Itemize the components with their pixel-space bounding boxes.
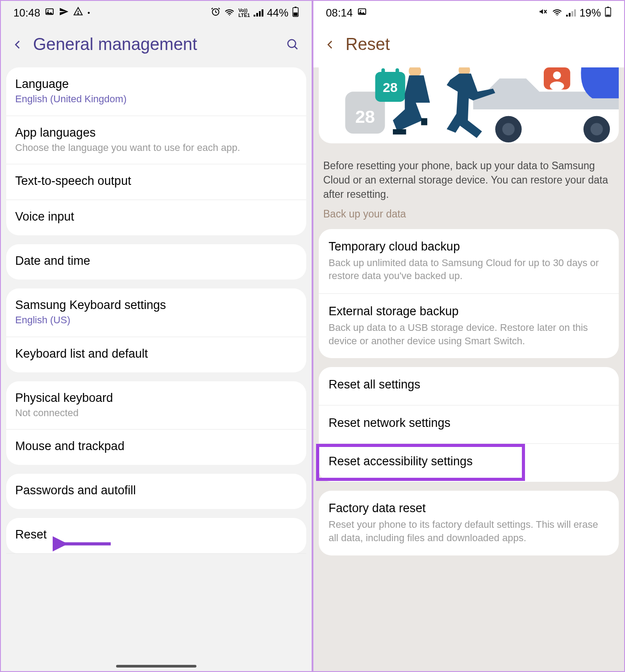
svg-rect-28 xyxy=(381,68,385,75)
wifi-icon xyxy=(552,7,562,19)
svg-rect-23 xyxy=(607,7,609,8)
reset-network-settings[interactable]: Reset network settings xyxy=(319,405,619,444)
battery-icon xyxy=(604,6,612,20)
warning-icon xyxy=(73,7,83,19)
backup-item-temp-cloud[interactable]: Temporary cloud backup Back up unlimited… xyxy=(319,229,619,294)
svg-text:28: 28 xyxy=(383,80,398,95)
factory-data-reset[interactable]: Factory data reset Reset your phone to i… xyxy=(319,491,619,555)
backup-item-external[interactable]: External storage backup Back up data to … xyxy=(319,294,619,358)
gesture-bar xyxy=(116,665,196,668)
reset-illustration: 28 28 xyxy=(319,67,619,143)
battery-percent: 19% xyxy=(579,7,601,19)
svg-point-15 xyxy=(360,10,361,12)
svg-rect-8 xyxy=(262,9,263,17)
settings-item-voice-input[interactable]: Voice input xyxy=(6,200,306,235)
back-button[interactable] xyxy=(324,38,337,51)
settings-item-mouse-trackpad[interactable]: Mouse and trackpad xyxy=(6,430,306,465)
settings-item-language[interactable]: Language English (United Kingdom) xyxy=(6,67,306,116)
svg-text:28: 28 xyxy=(355,107,375,126)
backup-card: Temporary cloud backup Back up unlimited… xyxy=(319,229,619,359)
settings-item-passwords-autofill[interactable]: Passwords and autofill xyxy=(6,474,306,509)
svg-rect-20 xyxy=(571,11,573,17)
settings-card-3: Samsung Keyboard settings English (US) K… xyxy=(6,288,306,372)
backup-description: Before resetting your phone, back up you… xyxy=(313,150,624,208)
signal-icon xyxy=(254,7,263,19)
svg-rect-21 xyxy=(574,9,576,17)
svg-rect-7 xyxy=(259,11,261,17)
svg-rect-6 xyxy=(256,13,258,17)
image-icon xyxy=(45,7,54,19)
status-time: 10:48 xyxy=(13,7,40,19)
settings-card-4: Physical keyboard Not connected Mouse an… xyxy=(6,381,306,465)
svg-point-12 xyxy=(288,39,296,47)
settings-item-tts[interactable]: Text-to-speech output xyxy=(6,164,306,200)
reset-accessibility-settings[interactable]: Reset accessibility settings xyxy=(319,444,619,482)
svg-point-35 xyxy=(502,123,515,136)
settings-card-6: Reset xyxy=(6,518,306,554)
svg-rect-5 xyxy=(254,15,255,17)
svg-rect-33 xyxy=(421,118,427,125)
send-icon xyxy=(59,7,69,19)
svg-point-40 xyxy=(550,82,564,91)
svg-point-39 xyxy=(553,71,561,79)
svg-point-1 xyxy=(47,10,49,12)
phone-left: 10:48 • Vo))LTE1 44% General management xyxy=(0,0,312,672)
settings-item-samsung-keyboard[interactable]: Samsung Keyboard settings English (US) xyxy=(6,288,306,337)
factory-card: Factory data reset Reset your phone to i… xyxy=(319,491,619,555)
page-header: Reset xyxy=(313,25,624,67)
phone-right: 08:14 19% Reset 28 xyxy=(312,0,625,672)
settings-item-keyboard-list[interactable]: Keyboard list and default xyxy=(6,337,306,372)
signal-icon xyxy=(566,7,576,19)
arrow-annotation xyxy=(53,534,115,554)
settings-item-physical-keyboard[interactable]: Physical keyboard Not connected xyxy=(6,381,306,430)
battery-icon xyxy=(292,6,299,20)
svg-point-3 xyxy=(78,13,79,14)
backup-link[interactable]: Back up your data xyxy=(313,208,624,229)
search-button[interactable] xyxy=(285,37,301,53)
reset-card: Reset all settings Reset network setting… xyxy=(319,367,619,482)
page-title: Reset xyxy=(346,35,613,54)
settings-item-reset[interactable]: Reset xyxy=(6,518,306,554)
settings-card-1: Language English (United Kingdom) App la… xyxy=(6,67,306,235)
status-time: 08:14 xyxy=(326,7,353,19)
svg-rect-29 xyxy=(396,68,399,75)
lte-icon: Vo))LTE1 xyxy=(238,8,250,18)
back-button[interactable] xyxy=(12,38,24,51)
svg-rect-18 xyxy=(566,15,568,17)
status-bar: 08:14 19% xyxy=(313,1,624,25)
svg-rect-11 xyxy=(294,13,298,16)
svg-rect-10 xyxy=(295,7,296,8)
alarm-icon xyxy=(211,7,221,19)
dot-icon: • xyxy=(88,9,90,17)
settings-item-date-time[interactable]: Date and time xyxy=(6,244,306,280)
page-header: General management xyxy=(1,25,312,67)
svg-rect-24 xyxy=(606,15,610,16)
page-title: General management xyxy=(33,35,276,54)
wifi-icon xyxy=(224,7,235,19)
settings-card-2: Date and time xyxy=(6,244,306,280)
settings-card-5: Passwords and autofill xyxy=(6,474,306,509)
svg-rect-32 xyxy=(393,129,406,134)
svg-point-37 xyxy=(591,123,603,136)
battery-percent: 44% xyxy=(267,7,288,19)
status-bar: 10:48 • Vo))LTE1 44% xyxy=(1,1,312,25)
image-icon xyxy=(357,7,367,19)
mute-icon xyxy=(538,7,548,19)
reset-all-settings[interactable]: Reset all settings xyxy=(319,367,619,405)
settings-item-app-languages[interactable]: App languages Choose the language you wa… xyxy=(6,116,306,165)
svg-rect-19 xyxy=(569,13,571,17)
